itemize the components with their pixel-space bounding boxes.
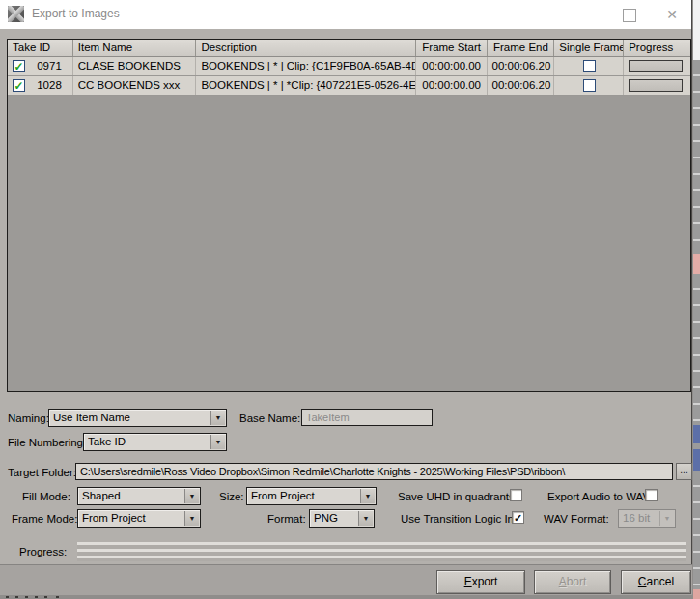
single-frame-checkbox[interactable] <box>583 79 596 92</box>
export-progress-bar <box>77 542 686 561</box>
base-name-input[interactable]: TakeItem <box>301 409 433 426</box>
save-uhd-checkbox[interactable] <box>510 489 522 501</box>
background-strip-blue-segment <box>693 425 700 443</box>
take-id-cell: 0971 <box>8 57 73 75</box>
single-frame-cell <box>554 57 624 75</box>
column-header-progress[interactable]: Progress <box>624 40 690 56</box>
naming-label: Naming: <box>8 413 49 424</box>
row-progress-bar <box>629 79 683 92</box>
format-selected-value: PNG <box>314 512 356 524</box>
table-row[interactable]: 0971 CLASE BOOKENDS BOOKENDS | * | Clip:… <box>8 57 690 76</box>
row-checkbox[interactable] <box>13 79 25 92</box>
row-checkbox[interactable] <box>13 60 25 72</box>
wav-format-select: 16 bit ▼ <box>618 509 676 528</box>
export-audio-checkbox[interactable] <box>645 489 658 501</box>
description-cell: BOOKENDS | * | *Clip: {407221E5-0526-4E.… <box>196 76 415 95</box>
browse-folder-button[interactable]: ... <box>676 463 692 480</box>
column-header-frame-start[interactable]: Frame Start <box>416 40 488 56</box>
fill-mode-label: Fill Mode: <box>22 491 70 502</box>
column-header-description[interactable]: Description <box>196 40 415 56</box>
file-numbering-selected-value: Take ID <box>88 436 209 447</box>
screen: Export to Images ✕ Take ID Item Name Des… <box>0 0 700 599</box>
size-label: Size: <box>219 491 244 502</box>
progress-cell <box>624 76 690 95</box>
column-header-take-id[interactable]: Take ID <box>8 40 73 56</box>
single-frame-cell <box>554 76 624 95</box>
background-bottom-strip <box>0 595 693 599</box>
size-select[interactable]: From Project ▼ <box>246 487 377 505</box>
background-strip-blue-segment <box>693 449 700 471</box>
export-button[interactable]: Export <box>436 570 525 594</box>
frame-end-cell: 00:00:06.20 <box>488 57 555 75</box>
column-header-single-frame[interactable]: Single Frame <box>554 40 624 56</box>
dialog-button-bar: Export Abort Cancel <box>0 564 692 595</box>
export-audio-label: Export Audio to WAV <box>547 491 650 502</box>
take-id-cell: 1028 <box>8 76 73 95</box>
chevron-down-icon[interactable]: ▼ <box>184 489 199 503</box>
cancel-button[interactable]: Cancel <box>621 570 691 594</box>
description-cell: BOOKENDS | * | Clip: {C1F9FB0A-65AB-4D8.… <box>196 57 415 75</box>
fill-mode-select[interactable]: Shaped ▼ <box>77 487 201 505</box>
background-strip-ticks <box>693 60 700 599</box>
table-row[interactable]: 1028 CC BOOKENDS xxx BOOKENDS | * | *Cli… <box>8 76 690 96</box>
file-numbering-select[interactable]: Take ID ▼ <box>83 433 227 451</box>
close-icon[interactable]: ✕ <box>662 6 682 23</box>
format-label: Format: <box>267 513 306 525</box>
chevron-down-icon[interactable]: ▼ <box>358 511 373 526</box>
frame-mode-select[interactable]: From Project ▼ <box>77 509 201 528</box>
progress-cell <box>624 57 690 75</box>
title-bar[interactable]: Export to Images ✕ <box>0 0 691 29</box>
abort-button: Abort <box>534 570 611 594</box>
table-header-row: Take ID Item Name Description Frame Star… <box>8 40 690 57</box>
background-strip-pink-segment <box>693 589 700 599</box>
target-folder-label: Target Folder: <box>8 467 76 478</box>
chevron-down-icon[interactable]: ▼ <box>210 411 225 425</box>
progress-label: Progress: <box>19 546 67 557</box>
background-edge-artifacts <box>6 596 9 598</box>
wav-format-selected-value: 16 bit <box>623 512 658 524</box>
frame-mode-label: Frame Mode: <box>12 513 77 525</box>
size-selected-value: From Project <box>251 490 358 501</box>
row-progress-bar <box>629 60 683 72</box>
single-frame-checkbox[interactable] <box>583 60 596 72</box>
frame-start-cell: 00:00:00.00 <box>416 57 488 75</box>
chevron-down-icon[interactable]: ▼ <box>360 489 375 503</box>
column-header-frame-end[interactable]: Frame End <box>488 40 555 56</box>
use-transition-checkbox[interactable] <box>512 511 524 524</box>
item-name-cell: CLASE BOOKENDS <box>73 57 197 75</box>
frame-start-cell: 00:00:00.00 <box>416 76 488 95</box>
fill-mode-selected-value: Shaped <box>82 490 182 501</box>
frame-mode-selected-value: From Project <box>82 512 182 524</box>
use-transition-label: Use Transition Logic In <box>401 513 514 525</box>
xpression-logo-icon <box>8 6 24 22</box>
naming-select[interactable]: Use Item Name ▼ <box>48 409 227 427</box>
chevron-down-icon[interactable]: ▼ <box>210 435 225 449</box>
export-items-table: Take ID Item Name Description Frame Star… <box>7 39 691 392</box>
chevron-down-icon[interactable]: ▼ <box>184 511 199 526</box>
dialog-title: Export to Images <box>32 7 120 20</box>
background-strip-top <box>693 0 700 60</box>
minimize-button[interactable] <box>575 6 595 23</box>
export-to-images-dialog: Export to Images ✕ Take ID Item Name Des… <box>0 0 692 595</box>
wav-format-label: WAV Format: <box>544 513 609 525</box>
frame-end-cell: 00:00:06.20 <box>488 76 555 95</box>
naming-selected-value: Use Item Name <box>53 412 209 423</box>
save-uhd-label: Save UHD in quadrants <box>398 491 515 502</box>
chevron-down-icon: ▼ <box>659 511 674 526</box>
column-header-item-name[interactable]: Item Name <box>73 40 197 56</box>
maximize-button[interactable] <box>619 6 638 23</box>
background-app-strip <box>693 0 700 599</box>
file-numbering-label: File Numbering: <box>8 437 86 448</box>
background-strip-pink-segment <box>693 254 700 274</box>
target-folder-input[interactable]: C:\Users\sredmile\Ross Video Dropbox\Sim… <box>75 463 673 480</box>
base-name-label: Base Name: <box>239 413 300 424</box>
item-name-cell: CC BOOKENDS xxx <box>73 76 197 95</box>
format-select[interactable]: PNG ▼ <box>309 509 375 528</box>
